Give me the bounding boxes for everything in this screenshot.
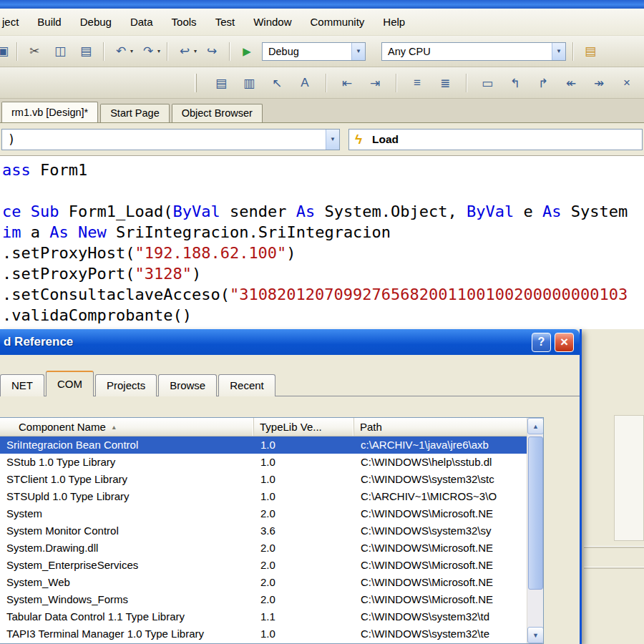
copy-icon[interactable]: ◫ bbox=[49, 42, 71, 62]
component-row[interactable]: System.Drawing.dll2.0C:\WINDOWS\Microsof… bbox=[0, 540, 527, 557]
save-icon[interactable]: ▣ bbox=[0, 42, 10, 62]
path-cell: c:\ARCHIV~1\java\jre6\axb bbox=[354, 436, 527, 454]
close-button[interactable]: × bbox=[555, 333, 574, 352]
menu-item-help[interactable]: Help bbox=[374, 12, 414, 31]
dialog-tab-recent[interactable]: Recent bbox=[218, 374, 275, 396]
component-row[interactable]: Tabular Data Control 1.1 Type Library1.1… bbox=[0, 608, 527, 625]
path-cell: C:\WINDOWS\system32\stc bbox=[354, 471, 527, 488]
solution-explorer-icon[interactable]: ▤ bbox=[580, 42, 601, 62]
listview-rows: SriIntegracion Bean Control1.0c:\ARCHIV~… bbox=[0, 436, 527, 643]
typelib-version-cell: 2.0 bbox=[254, 557, 354, 574]
component-row[interactable]: System Monitor Control3.6C:\WINDOWS\syst… bbox=[0, 522, 527, 540]
dialog-tabs: NETCOMProjectsBrowseRecent bbox=[0, 371, 277, 396]
component-row[interactable]: System_Windows_Forms2.0C:\WINDOWS\Micros… bbox=[0, 591, 527, 608]
doc-tab-object-browser[interactable]: Object Browser bbox=[172, 104, 263, 122]
menu-item-ject[interactable]: ject bbox=[0, 12, 28, 31]
next-bookmark-folder-icon[interactable]: ↱ bbox=[534, 73, 552, 93]
decrease-indent-icon[interactable]: ⇤ bbox=[338, 73, 356, 93]
toolbar-grip[interactable] bbox=[195, 74, 197, 92]
cut-icon[interactable]: ✂ bbox=[24, 42, 45, 62]
menu-item-community[interactable]: Community bbox=[301, 12, 374, 31]
toggle-bookmark-icon[interactable]: ▭ bbox=[478, 73, 497, 93]
column-header-path[interactable]: Path bbox=[354, 418, 527, 436]
component-name-cell: SriIntegracion Bean Control bbox=[0, 436, 254, 454]
path-cell: C:\WINDOWS\Microsoft.NE bbox=[354, 574, 527, 591]
component-row[interactable]: STSUpld 1.0 Type Library1.0C:\ARCHIV~1\M… bbox=[0, 488, 527, 505]
combo-dropdown-icon[interactable]: ▼ bbox=[351, 43, 365, 60]
path-cell: C:\WINDOWS\help\sstub.dl bbox=[354, 454, 527, 471]
uncomment-icon[interactable]: ≣ bbox=[436, 73, 454, 93]
menu-item-build[interactable]: Build bbox=[28, 12, 70, 31]
next-bookmark-icon[interactable]: ↠ bbox=[590, 73, 608, 93]
component-row[interactable]: STClient 1.0 Type Library1.0C:\WINDOWS\s… bbox=[0, 471, 527, 488]
comment-icon[interactable]: ≡ bbox=[408, 73, 426, 93]
component-name-cell: STSUpld 1.0 Type Library bbox=[0, 488, 254, 505]
word-completion-icon[interactable]: A bbox=[296, 73, 314, 93]
combo-dropdown-icon[interactable]: ▼ bbox=[552, 43, 565, 60]
component-row[interactable]: System2.0C:\WINDOWS\Microsoft.NE bbox=[0, 505, 527, 522]
dialog-tab-com[interactable]: COM bbox=[46, 371, 94, 396]
code-editor[interactable]: ass Form1ce Sub Form1_Load(ByVal sender … bbox=[0, 156, 644, 329]
column-label: Path bbox=[360, 421, 382, 433]
undo-icon[interactable]: ↶ bbox=[110, 42, 132, 62]
typelib-version-cell: 1.0 bbox=[254, 454, 354, 471]
scrollbar-thumb[interactable] bbox=[528, 436, 543, 590]
menu-item-debug[interactable]: Debug bbox=[71, 12, 121, 31]
scroll-up-icon[interactable]: ▲ bbox=[527, 418, 544, 434]
doc-tab-rm1-vb-design[interactable]: rm1.vb [Design]* bbox=[1, 102, 98, 122]
toolbar-separator bbox=[103, 42, 104, 61]
column-header-component-name[interactable]: Component Name ▴ bbox=[0, 418, 254, 436]
navigate-backward-caret[interactable]: ▾ bbox=[194, 48, 197, 54]
dialog-tab-net[interactable]: NET bbox=[0, 374, 44, 396]
component-row[interactable]: SriIntegracion Bean Control1.0c:\ARCHIV~… bbox=[0, 436, 527, 454]
column-header-typelib-version[interactable]: TypeLib Ve... bbox=[254, 418, 354, 436]
standard-toolbar: ▣ ✂ ◫ ▤ ↶ ▾ ↷ ▾ ↩ ▾ ↪ ▶ Debug ▼ Any CPU … bbox=[0, 36, 644, 67]
menu-item-tools[interactable]: Tools bbox=[162, 12, 206, 31]
component-row[interactable]: System_Web2.0C:\WINDOWS\Microsoft.NE bbox=[0, 574, 527, 591]
path-cell: C:\WINDOWS\system32\sy bbox=[354, 522, 527, 540]
navigate-forward-icon[interactable]: ↪ bbox=[201, 42, 223, 62]
component-row[interactable]: TAPI3 Terminal Manager 1.0 Type Library1… bbox=[0, 625, 527, 643]
code-line: .setProxyPort("3128") bbox=[0, 263, 644, 284]
menu-item-data[interactable]: Data bbox=[121, 12, 162, 31]
dialog-tab-browse[interactable]: Browse bbox=[158, 374, 217, 396]
previous-bookmark-icon[interactable]: ↞ bbox=[562, 73, 580, 93]
panel-splitter[interactable] bbox=[584, 546, 644, 548]
panel-splitter[interactable] bbox=[584, 567, 644, 569]
component-name-cell: System_EnterpriseServices bbox=[0, 557, 254, 574]
previous-bookmark-folder-icon[interactable]: ↰ bbox=[506, 73, 525, 93]
menubar: jectBuildDebugDataToolsTestWindowCommuni… bbox=[0, 9, 644, 36]
undo-dropdown-caret[interactable]: ▾ bbox=[130, 48, 133, 54]
component-row[interactable]: SStub 1.0 Type Library1.0C:\WINDOWS\help… bbox=[0, 454, 527, 471]
code-navigation-bar: ) ▼ ϟ Load bbox=[0, 123, 644, 156]
dialog-tab-projects[interactable]: Projects bbox=[95, 374, 157, 396]
increase-indent-icon[interactable]: ⇥ bbox=[366, 73, 384, 93]
dialog-titlebar[interactable]: d Reference ? × bbox=[0, 329, 580, 355]
parameter-info-icon[interactable]: ▥ bbox=[240, 73, 258, 93]
doc-tab-start-page[interactable]: Start Page bbox=[100, 104, 170, 122]
quick-info-icon[interactable]: ↖ bbox=[268, 73, 286, 93]
vertical-scrollbar[interactable]: ▲ ▼ bbox=[527, 418, 543, 643]
menu-item-test[interactable]: Test bbox=[206, 12, 245, 31]
code-line: .validaComprobante() bbox=[0, 305, 644, 326]
help-button[interactable]: ? bbox=[532, 333, 551, 352]
start-debugging-icon[interactable]: ▶ bbox=[236, 42, 258, 62]
path-cell: C:\ARCHIV~1\MICROS~3\O bbox=[354, 488, 527, 505]
redo-icon[interactable]: ↷ bbox=[137, 42, 159, 62]
member-list-icon[interactable]: ▤ bbox=[212, 73, 230, 93]
members-combo[interactable]: ϟ Load bbox=[348, 129, 643, 150]
typelib-version-cell: 3.6 bbox=[254, 522, 354, 540]
solution-configuration-combo[interactable]: Debug ▼ bbox=[262, 42, 366, 61]
clear-bookmarks-icon[interactable]: × bbox=[618, 73, 636, 93]
combo-dropdown-icon[interactable]: ▼ bbox=[326, 130, 339, 150]
right-panel-content bbox=[614, 415, 644, 541]
types-combo[interactable]: ) ▼ bbox=[1, 129, 340, 150]
paste-icon[interactable]: ▤ bbox=[75, 42, 97, 62]
navigate-backward-icon[interactable]: ↩ bbox=[174, 42, 195, 62]
scroll-down-icon[interactable]: ▼ bbox=[527, 627, 544, 643]
menu-item-window[interactable]: Window bbox=[244, 12, 301, 31]
code-line: ass Form1 bbox=[0, 160, 644, 180]
component-row[interactable]: System_EnterpriseServices2.0C:\WINDOWS\M… bbox=[0, 557, 527, 574]
redo-dropdown-caret[interactable]: ▾ bbox=[157, 48, 160, 54]
solution-platform-combo[interactable]: Any CPU ▼ bbox=[381, 42, 566, 61]
